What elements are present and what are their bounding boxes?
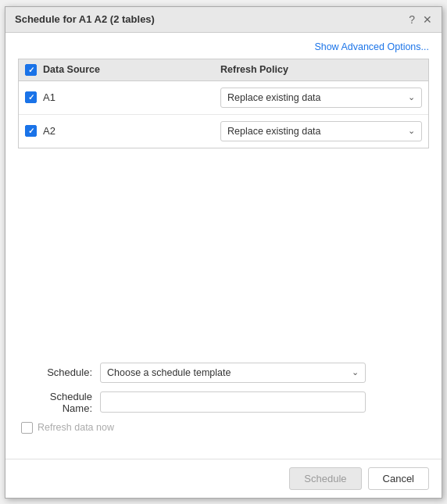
table-row: A1 Replace existing data ⌄ xyxy=(19,81,428,115)
dialog: Schedule for A1 A2 (2 tables) ? ✕ Show A… xyxy=(5,6,442,499)
policy-header-label: Refresh Policy xyxy=(220,64,288,75)
row1-name: A1 xyxy=(43,91,55,103)
row1-policy: Replace existing data ⌄ xyxy=(220,88,422,108)
row2-name: A2 xyxy=(43,125,55,137)
advanced-options-link[interactable]: Show Advanced Options... xyxy=(314,41,429,52)
schedule-dropdown[interactable]: Choose a schedule template ⌄ xyxy=(100,363,366,383)
row2-policy: Replace existing data ⌄ xyxy=(220,121,422,141)
row2-policy-dropdown[interactable]: Replace existing data ⌄ xyxy=(220,121,422,141)
schedule-placeholder: Choose a schedule template xyxy=(107,367,231,378)
schedule-button[interactable]: Schedule xyxy=(289,467,361,490)
cancel-button[interactable]: Cancel xyxy=(368,467,429,490)
schedule-name-label: Schedule Name: xyxy=(18,391,100,414)
schedule-dropdown-container: Choose a schedule template ⌄ xyxy=(100,363,366,383)
row2-datasource: A2 xyxy=(25,125,220,137)
schedule-name-row: Schedule Name: xyxy=(18,391,429,414)
schedule-name-field-container xyxy=(100,391,366,413)
row1-datasource: A1 xyxy=(25,91,220,103)
close-icon[interactable]: ✕ xyxy=(423,13,432,26)
schedule-label: Schedule: xyxy=(18,366,100,378)
dialog-title: Schedule for A1 A2 (2 tables) xyxy=(15,13,155,25)
row2-checkbox[interactable] xyxy=(25,125,37,137)
row1-policy-dropdown[interactable]: Replace existing data ⌄ xyxy=(220,88,422,108)
refresh-row: Refresh data now xyxy=(18,422,429,434)
datasource-table: Data Source Refresh Policy A1 Replace ex… xyxy=(18,59,429,148)
advanced-options-link-container: Show Advanced Options... xyxy=(18,41,429,52)
title-bar: Schedule for A1 A2 (2 tables) ? ✕ xyxy=(5,7,442,33)
row1-checkbox[interactable] xyxy=(25,91,37,103)
row2-chevron-icon: ⌄ xyxy=(408,126,415,136)
datasource-header-label: Data Source xyxy=(43,64,100,75)
table-row: A2 Replace existing data ⌄ xyxy=(19,115,428,148)
table-header-datasource: Data Source xyxy=(25,64,220,76)
header-checkbox[interactable] xyxy=(25,64,37,76)
content-spacer xyxy=(18,156,429,363)
row1-policy-value: Replace existing data xyxy=(227,92,321,103)
title-bar-icons: ? ✕ xyxy=(409,13,432,26)
refresh-label: Refresh data now xyxy=(38,422,114,433)
dialog-content: Show Advanced Options... Data Source Ref… xyxy=(5,33,442,459)
refresh-checkbox[interactable] xyxy=(21,422,33,434)
table-header: Data Source Refresh Policy xyxy=(19,59,428,81)
bottom-form: Schedule: Choose a schedule template ⌄ S… xyxy=(18,363,429,451)
schedule-chevron-icon: ⌄ xyxy=(352,367,359,377)
dialog-footer: Schedule Cancel xyxy=(5,459,442,498)
help-icon[interactable]: ? xyxy=(409,13,415,26)
row1-chevron-icon: ⌄ xyxy=(408,92,415,102)
row2-policy-value: Replace existing data xyxy=(227,126,321,137)
schedule-name-input[interactable] xyxy=(100,391,366,413)
schedule-row: Schedule: Choose a schedule template ⌄ xyxy=(18,363,429,383)
table-header-policy: Refresh Policy xyxy=(220,64,422,75)
